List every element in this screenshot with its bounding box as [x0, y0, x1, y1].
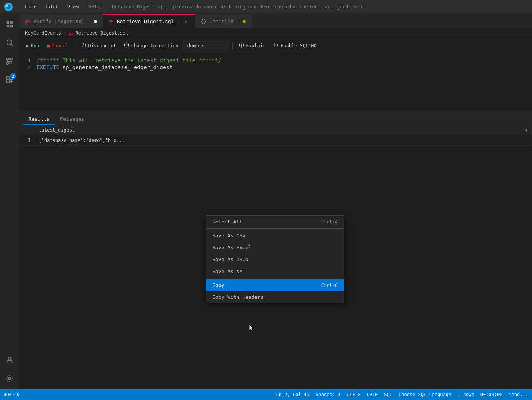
ctx-save-csv-label: Save As CSV: [212, 233, 245, 238]
code-content-2: EXECUTE sp_generate_database_ledger_dige…: [37, 64, 173, 70]
cancel-button[interactable]: ■ Cancel: [44, 42, 72, 50]
run-button[interactable]: ▶ Run: [23, 42, 42, 50]
app-logo: [4, 2, 13, 12]
ctx-select-all-shortcut: Ctrl+A: [321, 219, 338, 225]
svg-point-16: [8, 377, 11, 380]
context-menu: Select All Ctrl+A Save As CSV Save As Ex…: [206, 215, 344, 303]
enable-sqlcmd-icon: [273, 42, 279, 49]
toolbar: ▶ Run ■ Cancel Disconnect: [19, 38, 532, 53]
tab-verify-modified: [94, 20, 97, 23]
activity-icon-source-control[interactable]: [2, 53, 17, 69]
svg-point-2: [6, 5, 8, 7]
sort-icon: ▾: [525, 127, 528, 133]
tab-retrieve-digest[interactable]: 🗃 Retrieve Digest.sql - ✕: [103, 14, 195, 28]
breadcrumb-separator: ›: [63, 30, 66, 36]
activity-icon-search[interactable]: [2, 35, 17, 50]
activity-icon-extensions[interactable]: [2, 72, 17, 87]
ctx-save-json-label: Save As JSON: [212, 257, 248, 262]
activity-bar: [0, 13, 19, 389]
status-user[interactable]: jand...: [509, 392, 528, 397]
breadcrumb-icon: 🗃: [68, 30, 73, 36]
ctx-select-all[interactable]: Select All Ctrl+A: [206, 216, 344, 228]
activity-icon-account[interactable]: [2, 352, 17, 368]
ctx-save-json[interactable]: Save As JSON: [206, 253, 344, 265]
rows-text: 1 rows: [457, 392, 474, 397]
tab-untitled[interactable]: {} Untitled-1: [195, 14, 252, 28]
spaces-text: Spaces: 4: [315, 392, 340, 397]
ctx-copy-headers-label: Copy With Headers: [212, 294, 263, 300]
breadcrumb-item-1[interactable]: KeyCardEvents: [25, 30, 61, 36]
explain-button[interactable]: Explain: [236, 41, 269, 50]
activity-icon-settings[interactable]: [2, 371, 17, 386]
title-bar: File Edit View Help Retrieve Digest.sql …: [0, 0, 532, 13]
menu-help[interactable]: Help: [85, 2, 104, 11]
status-spaces[interactable]: Spaces: 4: [315, 392, 340, 397]
ctx-copy-with-headers[interactable]: Copy With Headers: [206, 291, 344, 303]
ctx-save-xml-label: Save As XML: [212, 268, 245, 274]
status-errors[interactable]: ⊗ 0 ⚠ 0: [4, 392, 20, 397]
breadcrumb: KeyCardEvents › 🗃 Retrieve Digest.sql: [19, 28, 532, 38]
status-rows[interactable]: 1 rows: [457, 392, 474, 397]
activity-icon-explorer[interactable]: [2, 17, 17, 32]
code-line-2: 2 EXECUTE sp_generate_database_ledger_di…: [19, 64, 532, 71]
disconnect-button[interactable]: Disconnect: [78, 41, 119, 50]
connection-dropdown[interactable]: demo ▾: [183, 41, 229, 50]
position-text: Ln 2, Col 43: [276, 392, 310, 397]
code-editor[interactable]: 1 /****** This will retrieve the latest …: [19, 53, 532, 111]
column-header-latest-digest[interactable]: latest_digest ▾: [35, 125, 532, 135]
toolbar-sep-1: [75, 42, 75, 50]
tab-verify-ledger[interactable]: 🗃 Verify Ledger.sql -: [19, 14, 103, 28]
editor-area: 🗃 Verify Ledger.sql - 🗃 Retrieve Digest.…: [19, 13, 532, 389]
code-content-1: /****** This will retrieve the latest di…: [37, 57, 221, 63]
cancel-label: Cancel: [52, 43, 68, 48]
results-tab-messages[interactable]: Messages: [55, 114, 90, 125]
enable-sqlcmd-button[interactable]: Enable SQLCMD: [270, 41, 320, 50]
svg-rect-6: [10, 25, 13, 27]
ctx-save-excel[interactable]: Save As Excel: [206, 242, 344, 253]
ctx-save-excel-label: Save As Excel: [212, 245, 252, 250]
results-tab-results[interactable]: Results: [23, 114, 55, 125]
menu-view[interactable]: View: [63, 2, 83, 11]
svg-point-11: [7, 62, 9, 65]
tab-retrieve-close[interactable]: ✕: [183, 18, 189, 25]
status-line-ending[interactable]: CRLF: [367, 392, 378, 397]
change-connection-button[interactable]: Change Connection: [121, 41, 182, 50]
tab-verify-label: Verify Ledger.sql -: [33, 18, 91, 24]
warning-icon: ⚠: [12, 392, 15, 397]
encoding-text: UTF-8: [347, 392, 360, 397]
ctx-save-csv[interactable]: Save As CSV: [206, 230, 344, 242]
tab-untitled-label: Untitled-1: [210, 18, 240, 24]
explain-label: Explain: [246, 43, 266, 48]
tab-verify-icon: 🗃: [25, 18, 30, 25]
menu-edit[interactable]: Edit: [42, 2, 62, 11]
column-header-label: latest_digest: [39, 127, 75, 133]
line-num-1: 1: [19, 58, 37, 63]
svg-rect-14: [7, 80, 9, 83]
status-bar: ⊗ 0 ⚠ 0 Ln 2, Col 43 Spaces: 4 UTF-8 CRL…: [0, 389, 532, 400]
breadcrumb-item-2[interactable]: Retrieve Digest.sql: [75, 30, 128, 36]
results-table: latest_digest ▾ 1 {"database_name":"demo…: [19, 125, 532, 146]
tab-retrieve-icon: 🗃: [108, 18, 114, 25]
change-connection-label: Change Connection: [131, 43, 178, 48]
status-encoding[interactable]: UTF-8: [347, 392, 360, 397]
status-right: Ln 2, Col 43 Spaces: 4 UTF-8 CRLF SQL Ch…: [276, 392, 528, 397]
menu-file[interactable]: File: [21, 2, 40, 11]
run-icon: ▶: [26, 43, 29, 48]
ctx-save-xml[interactable]: Save As XML: [206, 265, 344, 277]
ctx-copy[interactable]: Copy Ctrl+C: [206, 279, 344, 291]
main-layout: 🗃 Verify Ledger.sql - 🗃 Retrieve Digest.…: [0, 13, 532, 389]
line-ending-text: CRLF: [367, 392, 378, 397]
menu-bar: File Edit View Help: [21, 2, 104, 11]
status-choose-language[interactable]: Choose SQL Language: [399, 392, 451, 397]
code-line-1: 1 /****** This will retrieve the latest …: [19, 57, 532, 64]
change-connection-icon: [124, 42, 129, 49]
status-language[interactable]: SQL: [384, 392, 392, 397]
window-title: Retrieve Digest.sql — preview database a…: [112, 4, 528, 10]
svg-line-8: [11, 44, 13, 46]
status-position[interactable]: Ln 2, Col 43: [276, 392, 310, 397]
line-num-2: 2: [19, 65, 37, 70]
language-text: SQL: [384, 392, 392, 397]
status-time[interactable]: 00:00:00: [480, 392, 503, 397]
table-header-row: latest_digest ▾: [19, 125, 532, 135]
tab-untitled-icon: {}: [201, 19, 206, 24]
